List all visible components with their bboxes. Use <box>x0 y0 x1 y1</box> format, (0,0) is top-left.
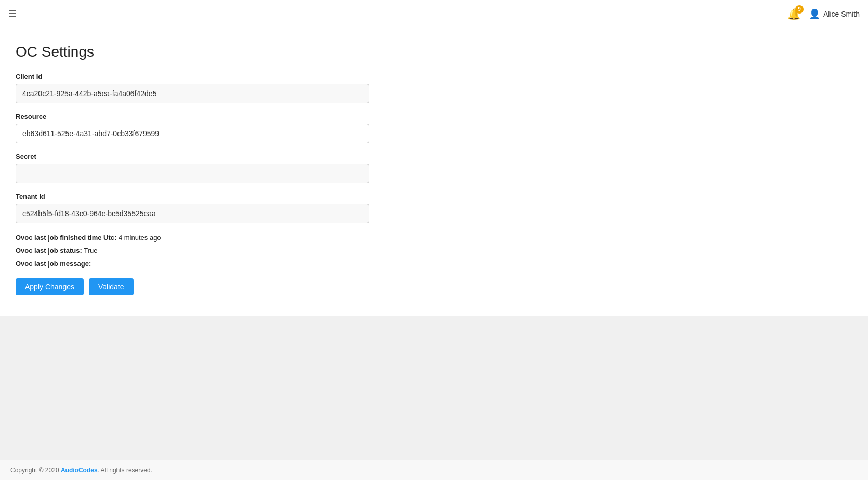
action-buttons: Apply Changes Validate <box>16 278 852 295</box>
last-job-time-line: Ovoc last job finished time Utc: 4 minut… <box>16 233 852 244</box>
user-name-label: Alice Smith <box>823 10 860 18</box>
footer: Copyright © 2020 AudioCodes. All rights … <box>0 460 868 480</box>
client-id-label: Client Id <box>16 73 852 81</box>
user-menu[interactable]: 👤 Alice Smith <box>809 8 860 20</box>
user-avatar-icon: 👤 <box>809 8 820 20</box>
notification-badge: 9 <box>795 5 804 14</box>
main-wrapper: OC Settings Client Id Resource Secret Te… <box>0 28 868 480</box>
settings-card: OC Settings Client Id Resource Secret Te… <box>0 28 868 316</box>
secret-label: Secret <box>16 153 852 161</box>
tenant-id-input[interactable] <box>16 204 369 223</box>
footer-suffix: . All rights reserved. <box>98 466 152 474</box>
last-job-status-val: True <box>84 247 97 255</box>
status-section: Ovoc last job finished time Utc: 4 minut… <box>16 233 852 269</box>
client-id-input[interactable] <box>16 84 369 103</box>
navbar: ☰ 🔔 9 👤 Alice Smith <box>0 0 868 28</box>
notification-bell[interactable]: 🔔 9 <box>787 8 800 20</box>
resource-label: Resource <box>16 113 852 121</box>
navbar-right: 🔔 9 👤 Alice Smith <box>787 8 860 20</box>
last-job-status-line: Ovoc last job status: True <box>16 246 852 257</box>
client-id-group: Client Id <box>16 73 852 103</box>
tenant-id-group: Tenant Id <box>16 193 852 223</box>
resource-group: Resource <box>16 113 852 143</box>
validate-button[interactable]: Validate <box>89 278 134 295</box>
footer-brand: AudioCodes <box>61 466 98 474</box>
hamburger-icon[interactable]: ☰ <box>8 8 17 20</box>
navbar-left: ☰ <box>8 8 17 20</box>
page-title: OC Settings <box>16 44 852 60</box>
last-job-status-label: Ovoc last job status: <box>16 247 82 255</box>
last-job-message-label: Ovoc last job message: <box>16 260 91 268</box>
last-job-time-label: Ovoc last job finished time Utc: <box>16 234 116 242</box>
secret-group: Secret <box>16 153 852 183</box>
footer-copyright: Copyright © 2020 <box>10 466 61 474</box>
grey-area <box>0 316 868 480</box>
tenant-id-label: Tenant Id <box>16 193 852 201</box>
secret-input[interactable] <box>16 164 369 183</box>
last-job-time-val: 4 minutes ago <box>119 234 161 242</box>
resource-input[interactable] <box>16 124 369 143</box>
apply-changes-button[interactable]: Apply Changes <box>16 278 84 295</box>
last-job-message-line: Ovoc last job message: <box>16 259 852 270</box>
